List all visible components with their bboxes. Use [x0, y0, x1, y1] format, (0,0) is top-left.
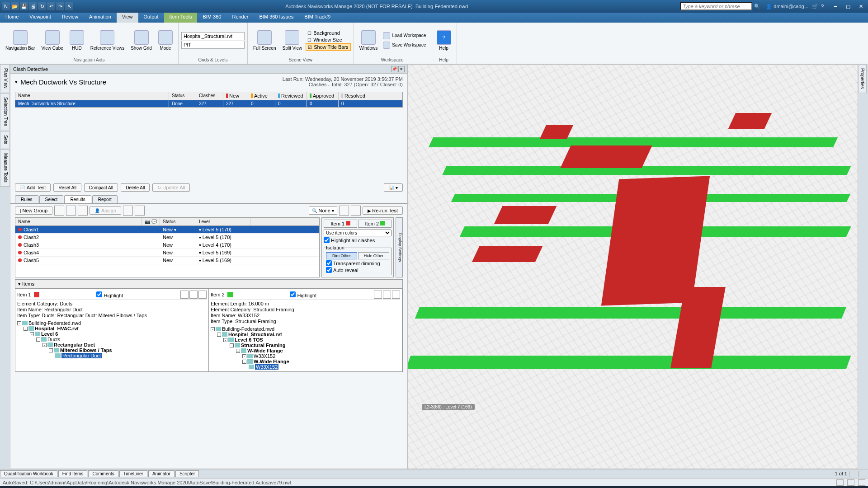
memory-icon[interactable]: [858, 479, 865, 486]
filter-icon[interactable]: [135, 206, 145, 216]
test-row[interactable]: Mech Ductwork Vs Structure Done 327 327 …: [15, 100, 402, 107]
back-icon[interactable]: [383, 291, 391, 299]
help-button[interactable]: ?Help: [434, 28, 454, 52]
focus-icon[interactable]: [180, 291, 189, 299]
th-active[interactable]: Active: [248, 92, 275, 100]
item1-highlight-check[interactable]: Highlight: [96, 291, 123, 298]
clash-row[interactable]: Clash5 New ▾ Level 5 (169): [15, 257, 319, 264]
cart-icon[interactable]: 🛒: [812, 4, 818, 9]
tab-viewpoint[interactable]: Viewpoint: [24, 13, 57, 23]
disk-icon[interactable]: [847, 479, 854, 486]
split-view-button[interactable]: Split View: [279, 28, 305, 52]
reference-views-button[interactable]: Reference Views: [88, 28, 127, 52]
th-new[interactable]: New: [223, 92, 248, 100]
highlight-all-check[interactable]: Highlight all clashes: [324, 237, 392, 243]
th-result-name[interactable]: Name: [15, 218, 142, 225]
tab-review[interactable]: Review: [57, 13, 84, 23]
th-resolved[interactable]: Resolved: [339, 92, 370, 100]
report-tab[interactable]: Report: [92, 195, 118, 203]
export-button[interactable]: 📊 ▾: [384, 183, 403, 192]
navigation-bar-button[interactable]: Navigation Bar: [3, 28, 38, 52]
clash-row[interactable]: Clash2 New ▾ Level 5 (170): [15, 234, 319, 241]
full-screen-button[interactable]: Full Screen: [250, 28, 279, 52]
grid-level-dropdown[interactable]: PIT: [181, 41, 245, 49]
assign-button[interactable]: 👤 Assign: [90, 206, 121, 215]
color-mode-select[interactable]: Use item colors: [324, 230, 392, 236]
rerun-test-button[interactable]: ▶ Re-run Test: [363, 206, 403, 215]
clash-row[interactable]: Clash1 New ▾ ▾ Level 5 (170): [15, 226, 319, 234]
search-icon[interactable]: 🔍: [754, 4, 760, 9]
open-icon[interactable]: 📂: [11, 2, 19, 10]
display-settings-handle[interactable]: Display Settings: [396, 217, 403, 277]
item1-tree[interactable]: -Building-Federated.nwd -Hospital_HVAC.r…: [17, 320, 207, 358]
pin-icon[interactable]: 📌: [391, 66, 397, 72]
grid-file-dropdown[interactable]: Hospital_Structural.rvt: [181, 32, 245, 40]
setting1-icon[interactable]: [339, 206, 349, 216]
selection-tree-tab[interactable]: Selection Tree: [0, 93, 10, 130]
item2-tree[interactable]: -Building-Federated.nwd -Hospital_Struct…: [211, 326, 400, 370]
clash-row[interactable]: Clash4 New ▾ Level 5 (169): [15, 249, 319, 257]
tab-view[interactable]: View: [117, 13, 138, 23]
setting2-icon[interactable]: [351, 206, 361, 216]
window-size-check[interactable]: ☐ Window Size: [306, 37, 350, 43]
item2-highlight-check[interactable]: Highlight: [290, 291, 316, 298]
print-icon[interactable]: 🖨: [29, 2, 37, 10]
th-approved[interactable]: Approved: [307, 92, 339, 100]
mode-button[interactable]: Mode: [156, 28, 175, 52]
tab-render[interactable]: Render: [226, 13, 254, 23]
collapse-icon[interactable]: ▾: [15, 79, 18, 85]
help-search-input[interactable]: [680, 2, 752, 10]
refresh-icon[interactable]: ↻: [38, 2, 46, 10]
th-result-status[interactable]: Status: [160, 218, 196, 225]
item2-tab[interactable]: Item 2: [358, 220, 392, 228]
delete-all-button[interactable]: Delete All: [121, 183, 150, 192]
scripter-tab[interactable]: Scripter: [175, 470, 199, 477]
save-icon[interactable]: 💾: [20, 2, 28, 10]
th-result-level[interactable]: Level: [196, 218, 250, 225]
measure-tools-tab[interactable]: Measure Tools: [0, 149, 10, 187]
pencil-icon[interactable]: [836, 479, 844, 486]
results-tab[interactable]: Results: [64, 195, 91, 203]
filter-dropdown[interactable]: 🔍 None ▾: [309, 206, 337, 215]
select-item-icon[interactable]: [392, 291, 400, 299]
sheet-browser-icon[interactable]: [849, 471, 856, 477]
animator-tab[interactable]: Animator: [148, 470, 175, 477]
reset-all-button[interactable]: Reset All: [53, 183, 81, 192]
select-tab[interactable]: Select: [39, 195, 64, 203]
th-reviewed[interactable]: Reviewed: [275, 92, 307, 100]
group-icon[interactable]: [54, 206, 64, 216]
item1-tab[interactable]: Item 1: [324, 220, 357, 228]
3d-viewport[interactable]: L2-3(66) : Level 7 (166): [408, 64, 858, 469]
background-check[interactable]: ☐ Background: [306, 30, 350, 36]
show-title-bars-check[interactable]: ☑ Show Title Bars: [306, 43, 350, 51]
tab-bim360[interactable]: BIM 360: [197, 13, 226, 23]
help-icon[interactable]: ?: [821, 4, 824, 9]
windows-button[interactable]: Windows: [357, 28, 381, 52]
hide-other-button[interactable]: Hide Other: [358, 252, 389, 259]
save-workspace-button[interactable]: Save Workspace: [381, 41, 428, 50]
select-icon[interactable]: ↖: [65, 2, 73, 10]
auto-reveal-check[interactable]: Auto reveal: [326, 267, 389, 273]
update-all-button[interactable]: ↻ Update All: [152, 183, 190, 192]
unassign-icon[interactable]: [123, 206, 133, 216]
comments-tab[interactable]: Comments: [88, 470, 118, 477]
view-icon[interactable]: [858, 471, 865, 477]
th-name[interactable]: Name: [15, 92, 169, 100]
back-icon[interactable]: [189, 291, 198, 299]
new-group-button[interactable]: [ New Group: [15, 206, 52, 215]
view-cube-button[interactable]: View Cube: [39, 28, 66, 52]
th-status[interactable]: Status: [169, 92, 196, 100]
compact-all-button[interactable]: Compact All: [84, 183, 118, 192]
hud-button[interactable]: HUD: [67, 28, 87, 52]
clash-row[interactable]: Clash3 New ▾ Level 4 (170): [15, 241, 319, 249]
find-items-tab[interactable]: Find Items: [58, 470, 88, 477]
focus-icon[interactable]: [374, 291, 382, 299]
undo-icon[interactable]: ↶: [47, 2, 55, 10]
items-header[interactable]: Items: [22, 281, 34, 286]
plan-view-tab[interactable]: Plan View: [0, 64, 10, 92]
add-test-button[interactable]: 📄 Add Test: [15, 183, 51, 192]
load-workspace-button[interactable]: Load Workspace: [381, 31, 428, 40]
app-menu-icon[interactable]: N: [2, 2, 10, 10]
tab-output[interactable]: Output: [138, 13, 164, 23]
timeliner-tab[interactable]: TimeLiner: [119, 470, 147, 477]
